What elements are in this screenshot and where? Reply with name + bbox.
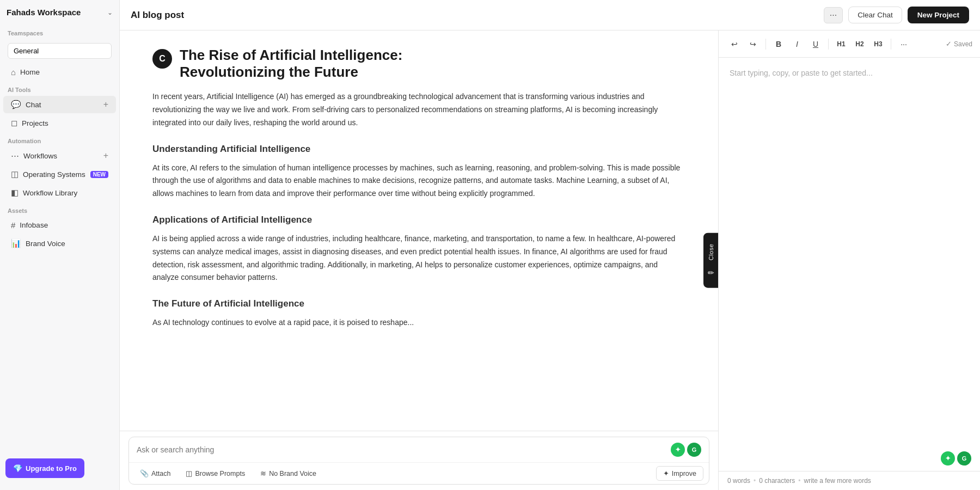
- topbar: AI blog post ··· Clear Chat New Project: [120, 0, 980, 30]
- content-area: C The Rise of Artificial Intelligence: R…: [120, 30, 980, 490]
- doc-body: In recent years, Artificial Intelligence…: [152, 90, 685, 329]
- improve-label: Improve: [672, 470, 696, 477]
- workflow-library-icon: ◧: [11, 188, 19, 198]
- doc-icon-letter: C: [159, 54, 166, 64]
- teamspace-selector[interactable]: General: [0, 39, 119, 63]
- editor-toolbar: ↩ ↪ B I U H1 H2 H3 ··· ✓ Saved: [719, 30, 980, 58]
- sidebar-item-home-label: Home: [20, 68, 108, 76]
- doc-section1-heading: Understanding Artificial Intelligence: [152, 142, 685, 157]
- improve-icon: ✦: [663, 469, 669, 477]
- editor-ai-icon-grammarly[interactable]: G: [957, 451, 971, 465]
- redo-button[interactable]: ↪: [745, 36, 761, 52]
- browse-prompts-label: Browse Prompts: [195, 470, 245, 477]
- home-icon: ⌂: [11, 68, 16, 77]
- assets-label: Assets: [0, 202, 119, 216]
- workflows-add-button[interactable]: +: [103, 151, 108, 160]
- doc-section3-body: As AI technology continues to evolve at …: [152, 316, 685, 329]
- doc-title-block: The Rise of Artificial Intelligence: Rev…: [180, 47, 402, 81]
- h1-button[interactable]: H1: [833, 36, 849, 52]
- chat-add-button[interactable]: +: [103, 100, 108, 109]
- italic-button[interactable]: I: [789, 36, 805, 52]
- sidebar-item-operating-systems[interactable]: ◫ Operating Systems NEW: [3, 166, 116, 183]
- operating-systems-icon: ◫: [11, 169, 19, 179]
- toolbar-separator-3: [891, 39, 891, 50]
- upgrade-button[interactable]: 💎 Upgrade to Pro: [5, 458, 84, 478]
- doc-header: C The Rise of Artificial Intelligence: R…: [152, 47, 685, 81]
- h3-button[interactable]: H3: [870, 36, 886, 52]
- teamspace-select[interactable]: General: [8, 43, 112, 59]
- editor-ai-icons: ✦ G: [719, 451, 980, 471]
- sidebar-item-infobase[interactable]: # Infobase: [3, 217, 116, 234]
- topbar-actions: ··· Clear Chat New Project: [824, 7, 969, 23]
- new-project-button[interactable]: New Project: [908, 7, 969, 23]
- word-count: 0 words: [727, 477, 750, 485]
- chat-icon: 💬: [11, 100, 21, 109]
- chat-input[interactable]: [137, 445, 665, 454]
- saved-indicator: ✓ Saved: [946, 40, 972, 48]
- sidebar-item-brand-voice[interactable]: 📊 Brand Voice: [3, 235, 116, 252]
- sidebar-item-workflows-label: Workflows: [23, 152, 99, 160]
- close-panel-tab[interactable]: Close ✏: [703, 233, 719, 288]
- topbar-more-button[interactable]: ···: [824, 7, 843, 23]
- editor-placeholder: Start typing, copy, or paste to get star…: [730, 69, 873, 77]
- upgrade-label: Upgrade to Pro: [26, 464, 77, 473]
- undo-button[interactable]: ↩: [726, 36, 743, 52]
- footer-hint: write a few more words: [804, 477, 871, 485]
- workflows-icon: ⋯: [11, 151, 19, 161]
- brand-voice-wave-icon: ≋: [260, 469, 266, 477]
- sidebar-item-workflow-library[interactable]: ◧ Workflow Library: [3, 184, 116, 201]
- attach-button[interactable]: 📎 Attach: [134, 467, 176, 480]
- editor-content[interactable]: Start typing, copy, or paste to get star…: [719, 58, 980, 451]
- document-content: C The Rise of Artificial Intelligence: R…: [120, 30, 718, 431]
- sidebar-item-chat[interactable]: 💬 Chat +: [3, 96, 116, 113]
- toolbar-separator-1: [765, 39, 766, 50]
- attach-icon: 📎: [140, 469, 149, 477]
- main-area: AI blog post ··· Clear Chat New Project …: [120, 0, 980, 490]
- input-row: ✦ G: [129, 437, 709, 462]
- sidebar-item-infobase-label: Infobase: [20, 221, 108, 229]
- bold-button[interactable]: B: [770, 36, 787, 52]
- sidebar-item-projects[interactable]: ◻ Projects: [3, 114, 116, 132]
- footer-dot-2: •: [798, 477, 800, 485]
- page-title: AI blog post: [131, 10, 824, 21]
- workspace-chevron: ⌄: [107, 9, 113, 16]
- sidebar-item-brand-voice-label: Brand Voice: [26, 240, 108, 248]
- close-panel-label: Close: [708, 244, 714, 261]
- underline-button[interactable]: U: [807, 36, 824, 52]
- sidebar-item-workflows[interactable]: ⋯ Workflows +: [3, 147, 116, 164]
- teamspaces-label: Teamspaces: [0, 24, 119, 39]
- improve-button[interactable]: ✦ Improve: [656, 466, 703, 481]
- infobase-icon: #: [11, 220, 15, 230]
- clear-chat-button[interactable]: Clear Chat: [848, 7, 902, 23]
- editor-panel: ↩ ↪ B I U H1 H2 H3 ··· ✓ Saved Start typ…: [719, 30, 980, 490]
- ai-icon-green: ✦: [671, 443, 685, 457]
- editor-ai-icon-green[interactable]: ✦: [941, 451, 955, 465]
- char-count: 0 characters: [759, 477, 795, 485]
- sidebar-item-os-label: Operating Systems: [23, 170, 86, 179]
- sidebar: Fahads Workspace ⌄ Teamspaces General ⌂ …: [0, 0, 120, 490]
- doc-section3-heading: The Future of Artificial Intelligence: [152, 296, 685, 312]
- workspace-name: Fahads Workspace: [7, 8, 81, 17]
- h2-button[interactable]: H2: [852, 36, 868, 52]
- browse-prompts-button[interactable]: ◫ Browse Prompts: [180, 467, 250, 480]
- sidebar-bottom: 💎 Upgrade to Pro: [0, 452, 119, 490]
- no-brand-voice-label: No Brand Voice: [269, 470, 316, 477]
- no-brand-voice-button[interactable]: ≋ No Brand Voice: [255, 467, 322, 480]
- workspace-header[interactable]: Fahads Workspace ⌄: [0, 0, 119, 24]
- ai-icon-grammarly: G: [687, 443, 701, 457]
- input-ai-icons: ✦ G: [671, 443, 701, 457]
- saved-check-icon: ✓: [946, 40, 952, 48]
- sidebar-item-home[interactable]: ⌂ Home: [3, 64, 116, 81]
- chat-area: C The Rise of Artificial Intelligence: R…: [120, 30, 719, 490]
- toolbar-more-button[interactable]: ···: [896, 36, 912, 52]
- ai-tools-label: AI Tools: [0, 81, 119, 95]
- attach-label: Attach: [151, 470, 170, 477]
- sidebar-item-chat-label: Chat: [26, 101, 99, 109]
- saved-label: Saved: [954, 40, 972, 48]
- doc-section2-heading: Applications of Artificial Intelligence: [152, 212, 685, 228]
- sidebar-item-projects-label: Projects: [22, 119, 108, 127]
- automation-label: Automation: [0, 132, 119, 146]
- projects-icon: ◻: [11, 118, 17, 128]
- close-panel-icon: ✏: [708, 268, 714, 277]
- doc-title-line1: The Rise of Artificial Intelligence:: [180, 47, 402, 64]
